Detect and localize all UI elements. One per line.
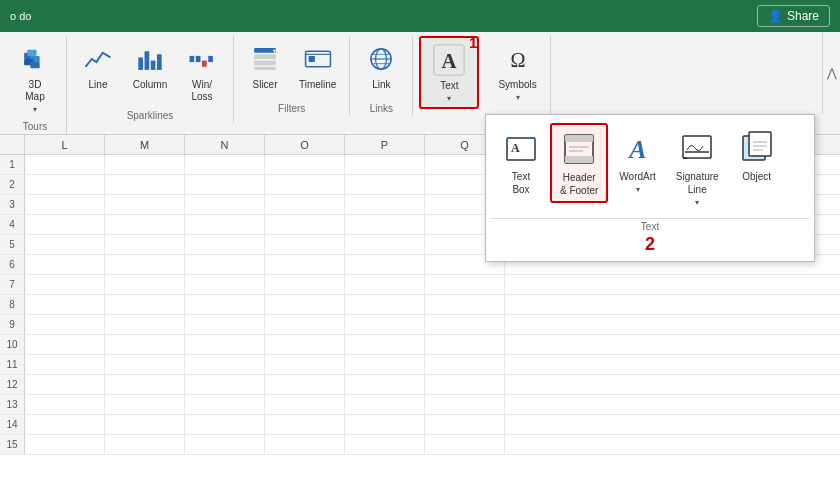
grid-cell[interactable] (265, 255, 345, 275)
grid-cell[interactable] (425, 375, 505, 395)
win-loss-button[interactable]: Win/Loss (177, 36, 227, 108)
grid-cell[interactable] (25, 255, 105, 275)
grid-cell[interactable] (185, 335, 265, 355)
grid-cell[interactable] (185, 275, 265, 295)
grid-cell[interactable] (25, 315, 105, 335)
grid-cell[interactable] (345, 195, 425, 215)
grid-cell[interactable] (185, 435, 265, 455)
grid-cell[interactable] (185, 195, 265, 215)
grid-cell[interactable] (25, 275, 105, 295)
grid-cell[interactable] (425, 275, 505, 295)
grid-cell[interactable] (185, 395, 265, 415)
grid-cell[interactable] (265, 415, 345, 435)
grid-cell[interactable] (185, 175, 265, 195)
column-button[interactable]: Column (125, 36, 175, 96)
grid-cell[interactable] (425, 315, 505, 335)
grid-cell[interactable] (345, 355, 425, 375)
link-button[interactable]: Link (356, 36, 406, 96)
grid-cell[interactable] (265, 295, 345, 315)
col-header-P[interactable]: P (345, 135, 425, 154)
grid-cell[interactable] (105, 335, 185, 355)
grid-cell[interactable] (105, 235, 185, 255)
grid-cell[interactable] (265, 355, 345, 375)
grid-cell[interactable] (345, 375, 425, 395)
grid-cell[interactable] (105, 415, 185, 435)
text-box-dropdown-button[interactable]: A TextBox (494, 123, 548, 201)
grid-cell[interactable] (345, 175, 425, 195)
col-header-O[interactable]: O (265, 135, 345, 154)
grid-cell[interactable] (185, 375, 265, 395)
grid-cell[interactable] (105, 215, 185, 235)
grid-cell[interactable] (345, 295, 425, 315)
share-button[interactable]: 👤 Share (757, 5, 830, 27)
grid-cell[interactable] (425, 295, 505, 315)
grid-cell[interactable] (265, 435, 345, 455)
grid-cell[interactable] (265, 395, 345, 415)
symbols-button[interactable]: Ω Symbols ▾ (491, 36, 543, 107)
grid-cell[interactable] (185, 255, 265, 275)
grid-cell[interactable] (345, 275, 425, 295)
grid-cell[interactable] (425, 355, 505, 375)
grid-cell[interactable] (25, 155, 105, 175)
grid-cell[interactable] (105, 295, 185, 315)
grid-cell[interactable] (25, 355, 105, 375)
grid-cell[interactable] (105, 155, 185, 175)
grid-cell[interactable] (105, 275, 185, 295)
3d-map-button[interactable]: 3DMap ▾ (10, 36, 60, 119)
grid-cell[interactable] (105, 395, 185, 415)
grid-cell[interactable] (265, 155, 345, 175)
grid-cell[interactable] (425, 395, 505, 415)
grid-cell[interactable] (345, 415, 425, 435)
header-footer-dropdown-button[interactable]: Header& Footer (550, 123, 608, 203)
grid-cell[interactable] (25, 235, 105, 255)
grid-cell[interactable] (345, 315, 425, 335)
grid-cell[interactable] (105, 355, 185, 375)
grid-cell[interactable] (345, 155, 425, 175)
grid-cell[interactable] (425, 335, 505, 355)
grid-cell[interactable] (185, 315, 265, 335)
grid-cell[interactable] (185, 215, 265, 235)
grid-cell[interactable] (265, 195, 345, 215)
grid-cell[interactable] (25, 395, 105, 415)
signature-line-dropdown-button[interactable]: SignatureLine ▾ (667, 123, 728, 212)
col-header-M[interactable]: M (105, 135, 185, 154)
grid-cell[interactable] (105, 315, 185, 335)
grid-cell[interactable] (185, 235, 265, 255)
grid-cell[interactable] (105, 255, 185, 275)
wordart-dropdown-button[interactable]: A WordArt ▾ (610, 123, 665, 199)
timeline-button[interactable]: Timeline (292, 36, 343, 96)
grid-cell[interactable] (265, 375, 345, 395)
grid-cell[interactable] (105, 195, 185, 215)
grid-cell[interactable] (265, 335, 345, 355)
ribbon-scroll-up[interactable]: ⋀ (822, 32, 840, 114)
grid-cell[interactable] (25, 335, 105, 355)
grid-cell[interactable] (345, 255, 425, 275)
grid-cell[interactable] (185, 415, 265, 435)
grid-cell[interactable] (265, 315, 345, 335)
col-header-L[interactable]: L (25, 135, 105, 154)
grid-cell[interactable] (25, 175, 105, 195)
line-button[interactable]: Line (73, 36, 123, 96)
grid-cell[interactable] (105, 435, 185, 455)
grid-cell[interactable] (345, 435, 425, 455)
grid-cell[interactable] (25, 295, 105, 315)
grid-cell[interactable] (265, 235, 345, 255)
grid-cell[interactable] (345, 395, 425, 415)
grid-cell[interactable] (25, 215, 105, 235)
grid-cell[interactable] (25, 435, 105, 455)
grid-cell[interactable] (345, 335, 425, 355)
grid-cell[interactable] (425, 435, 505, 455)
grid-cell[interactable] (265, 175, 345, 195)
grid-cell[interactable] (425, 415, 505, 435)
grid-cell[interactable] (265, 215, 345, 235)
col-header-N[interactable]: N (185, 135, 265, 154)
object-dropdown-button[interactable]: Object (730, 123, 784, 188)
text-button[interactable]: A 1 Text ▾ (419, 36, 479, 109)
grid-cell[interactable] (345, 235, 425, 255)
grid-cell[interactable] (105, 375, 185, 395)
grid-cell[interactable] (25, 375, 105, 395)
grid-cell[interactable] (185, 355, 265, 375)
slicer-button[interactable]: Slicer (240, 36, 290, 96)
grid-cell[interactable] (185, 155, 265, 175)
grid-cell[interactable] (25, 415, 105, 435)
